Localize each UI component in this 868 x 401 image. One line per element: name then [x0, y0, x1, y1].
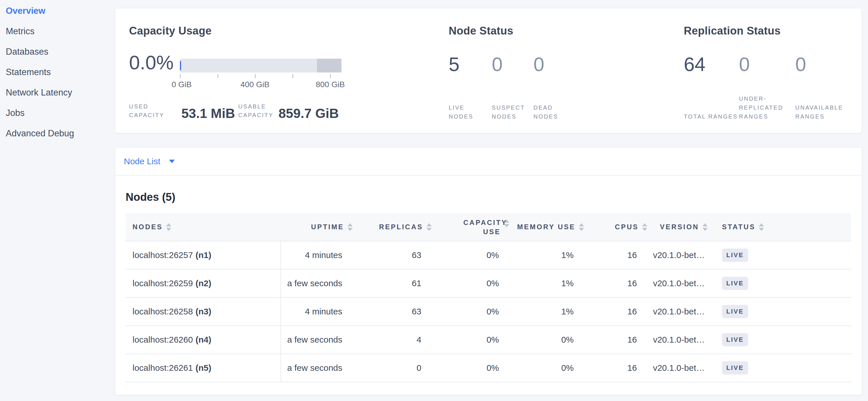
capacity-gauge: 0 GiB 400 GiB 800 GiB [180, 59, 341, 73]
sidebar-item-statements[interactable]: Statements [0, 62, 115, 82]
node-address-cell[interactable]: localhost:26261(n5) [126, 354, 281, 382]
node-id: (n5) [195, 363, 211, 373]
axis-tick [180, 74, 181, 78]
column-header-capacity-use[interactable]: CAPACITY USE [433, 213, 510, 241]
unavailable-ranges-label: UNAVAILABLE RANGES [795, 75, 867, 121]
node-address-cell[interactable]: localhost:26260(n4) [126, 326, 281, 353]
sort-icon [347, 223, 353, 231]
node-list-dropdown[interactable]: Node List [115, 148, 862, 176]
unavailable-ranges-value: 0 [795, 53, 867, 75]
sidebar-item-jobs[interactable]: Jobs [0, 103, 115, 123]
axis-tick-label: 0 GiB [172, 80, 192, 89]
table-row[interactable]: localhost:26257(n1) 4 minutes 63 0% 1% 1… [126, 241, 851, 269]
dead-nodes-stat: 0 DEAD NODES [533, 53, 580, 121]
dead-nodes-label: DEAD NODES [533, 75, 580, 121]
total-ranges-value: 64 [684, 53, 739, 75]
sidebar-item-label: Metrics [6, 26, 34, 36]
version-cell: v20.1.0-bet… [648, 354, 709, 382]
capacity-gauge-other-segment [317, 59, 341, 73]
version-cell: v20.1.0-bet… [648, 298, 709, 325]
sidebar: Overview Metrics Databases Statements Ne… [0, 0, 115, 401]
table-row[interactable]: localhost:26261(n5) a few seconds 0 0% 0… [126, 354, 851, 382]
status-badge: LIVE [722, 361, 748, 375]
axis-tick-label: 400 GiB [240, 80, 269, 89]
cpus-cell: 16 [585, 354, 648, 382]
column-header-nodes[interactable]: NODES [126, 213, 281, 241]
table-row[interactable]: localhost:26260(n4) a few seconds 4 0% 0… [126, 326, 851, 354]
replicas-cell: 63 [354, 298, 433, 325]
sidebar-item-label: Statements [6, 67, 51, 77]
sidebar-item-label: Overview [6, 6, 45, 16]
sort-icon [579, 223, 584, 231]
capacity-usage-title: Capacity Usage [129, 24, 448, 37]
cpus-cell: 16 [585, 298, 648, 325]
sidebar-item-metrics[interactable]: Metrics [0, 21, 115, 41]
under-replicated-ranges-stat: 0 UNDER-REPLICATED RANGES [739, 53, 795, 121]
axis-tick-label: 800 GiB [316, 80, 345, 89]
capacity-metrics: USED CAPACITY 53.1 MiB USABLE CAPACITY 8… [129, 100, 445, 119]
sidebar-item-label: Network Latency [6, 87, 72, 98]
node-address-cell[interactable]: localhost:26258(n3) [126, 298, 281, 325]
status-badge: LIVE [722, 277, 748, 290]
live-nodes-stat: 5 LIVE NODES [449, 53, 492, 121]
status-cell: LIVE [709, 269, 851, 297]
column-header-status[interactable]: STATUS [709, 213, 851, 241]
capacity-used-percent: 0.0% [129, 52, 174, 74]
under-replicated-ranges-value: 0 [739, 53, 795, 75]
uptime-cell: 4 minutes [281, 241, 354, 269]
total-ranges-label: TOTAL RANGES [684, 75, 739, 121]
sidebar-item-label: Jobs [6, 108, 25, 118]
nodes-table: NODES UPTIME REPLICAS CAPACITY USE [126, 213, 851, 382]
column-header-version[interactable]: VERSION [648, 213, 709, 241]
main-content: Capacity Usage 0.0% 0 GiB 400 GiB 800 Gi… [115, 0, 862, 395]
column-header-memory-use[interactable]: MEMORY USE [510, 213, 585, 241]
sidebar-item-overview[interactable]: Overview [0, 1, 115, 21]
capacity-use-cell: 0% [433, 326, 510, 353]
sort-icon [703, 223, 708, 231]
unavailable-ranges-stat: 0 UNAVAILABLE RANGES [795, 53, 867, 121]
suspect-nodes-label: SUSPECT NODES [492, 75, 533, 121]
node-id: (n1) [195, 250, 211, 260]
table-row[interactable]: localhost:26258(n3) 4 minutes 63 0% 1% 1… [126, 298, 851, 326]
sort-icon [642, 223, 647, 231]
replication-status-title: Replication Status [684, 24, 868, 37]
cluster-summary-card: Capacity Usage 0.0% 0 GiB 400 GiB 800 Gi… [115, 8, 862, 133]
column-header-uptime[interactable]: UPTIME [281, 213, 354, 241]
column-header-cpus[interactable]: CPUS [585, 213, 648, 241]
node-status-title: Node Status [449, 24, 650, 37]
capacity-gauge-area: 0.0% 0 GiB 400 GiB 800 GiB U [129, 37, 448, 123]
live-nodes-label: LIVE NODES [449, 75, 492, 121]
live-nodes-value: 5 [449, 53, 492, 75]
memory-use-cell: 0% [510, 354, 585, 382]
sidebar-item-label: Advanced Debug [6, 128, 74, 139]
nodes-table-section: Nodes (5) NODES UPTIME REPLICAS [115, 191, 862, 395]
sort-icon [427, 223, 432, 231]
capacity-usage-section: Capacity Usage 0.0% 0 GiB 400 GiB 800 Gi… [129, 24, 448, 123]
dead-nodes-value: 0 [533, 53, 580, 75]
replicas-cell: 61 [354, 269, 433, 297]
used-capacity-value: 53.1 MiB [181, 106, 235, 120]
total-ranges-stat: 64 TOTAL RANGES [684, 53, 739, 121]
cpus-cell: 16 [585, 326, 648, 353]
axis-tick [292, 74, 293, 78]
sidebar-item-advanced-debug[interactable]: Advanced Debug [0, 123, 115, 144]
table-row[interactable]: localhost:26259(n2) a few seconds 61 0% … [126, 269, 851, 298]
version-cell: v20.1.0-bet… [648, 326, 709, 353]
column-header-replicas[interactable]: REPLICAS [354, 213, 433, 241]
sidebar-item-databases[interactable]: Databases [0, 41, 115, 62]
table-header-row: NODES UPTIME REPLICAS CAPACITY USE [126, 213, 851, 241]
axis-tick [255, 74, 255, 78]
status-badge: LIVE [722, 249, 748, 262]
sidebar-item-label: Databases [6, 47, 48, 57]
node-address-cell[interactable]: localhost:26257(n1) [126, 241, 281, 269]
suspect-nodes-value: 0 [492, 53, 533, 75]
sidebar-item-network-latency[interactable]: Network Latency [0, 82, 115, 103]
cpus-cell: 16 [585, 241, 648, 269]
capacity-gauge-track [180, 59, 341, 73]
replicas-cell: 63 [354, 241, 433, 269]
sort-icon [166, 223, 171, 231]
capacity-use-cell: 0% [433, 241, 510, 269]
node-list-dropdown-label: Node List [124, 156, 160, 166]
node-address-cell[interactable]: localhost:26259(n2) [126, 269, 281, 297]
sort-icon [504, 220, 509, 227]
